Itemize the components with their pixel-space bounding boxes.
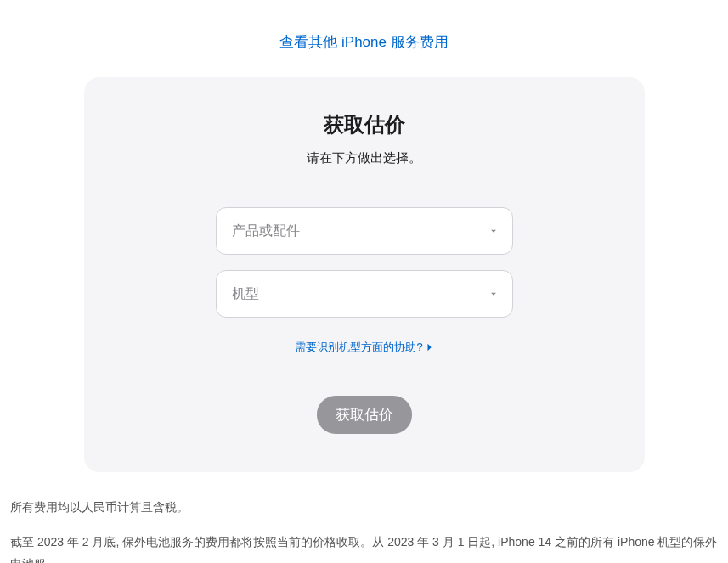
get-estimate-button[interactable]: 获取估价 xyxy=(317,396,412,434)
card-subtitle: 请在下方做出选择。 xyxy=(127,150,602,166)
help-link-label: 需要识别机型方面的协助? xyxy=(295,340,422,355)
footer-line-1: 所有费用均以人民币计算且含税。 xyxy=(10,496,718,519)
model-select[interactable]: 机型 xyxy=(216,270,513,318)
estimate-card: 获取估价 请在下方做出选择。 产品或配件 机型 需要识别机型方面的协助? 获取估… xyxy=(84,77,645,472)
footer-line-2-part1: 截至 2023 年 2 月底, 保外电池服务的费用都将按照当前的价格收取。从 2… xyxy=(10,535,717,563)
footer-line-2: 截至 2023 年 2 月底, 保外电池服务的费用都将按照当前的价格收取。从 2… xyxy=(10,531,718,563)
submit-row: 获取估价 xyxy=(127,396,602,434)
model-select-wrapper: 机型 xyxy=(216,270,513,318)
other-services-link[interactable]: 查看其他 iPhone 服务费用 xyxy=(279,34,448,50)
identify-model-help-link[interactable]: 需要识别机型方面的协助? xyxy=(295,340,432,355)
chevron-right-icon xyxy=(426,341,433,354)
footer-notes: 所有费用均以人民币计算且含税。 截至 2023 年 2 月底, 保外电池服务的费… xyxy=(0,472,728,563)
card-title: 获取估价 xyxy=(127,111,602,138)
product-select-wrapper: 产品或配件 xyxy=(216,207,513,255)
top-link-container: 查看其他 iPhone 服务费用 xyxy=(0,0,728,77)
product-select[interactable]: 产品或配件 xyxy=(216,207,513,255)
